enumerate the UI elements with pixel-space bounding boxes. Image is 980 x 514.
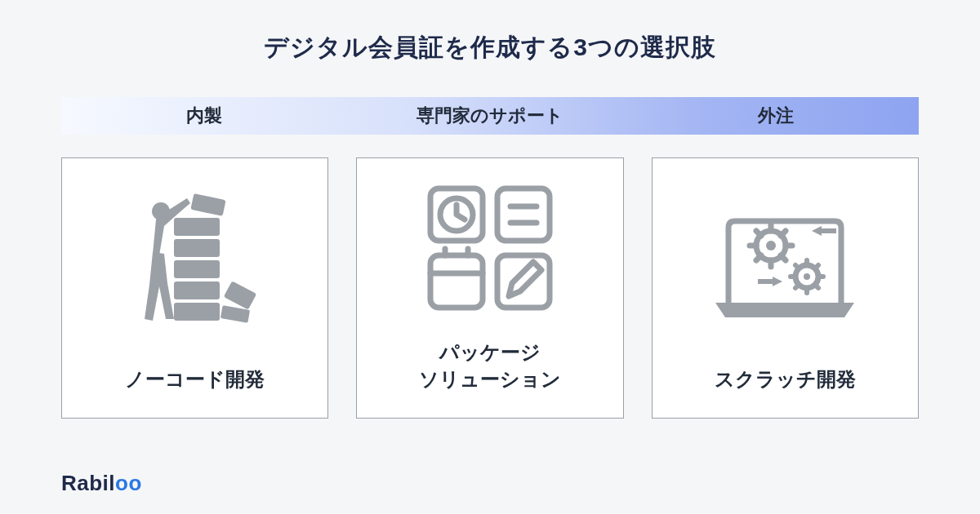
svg-rect-2	[174, 260, 220, 278]
cards-row: ノーコード開発	[61, 157, 919, 419]
spectrum-left-label: 内製	[61, 104, 347, 128]
svg-rect-14	[430, 255, 483, 308]
svg-rect-1	[174, 281, 220, 299]
spectrum-center-label: 専門家のサポート	[347, 104, 633, 128]
card-caption: パッケージ ソリューション	[419, 339, 561, 393]
svg-point-30	[804, 273, 810, 280]
apps-icon	[357, 158, 622, 339]
svg-rect-0	[174, 303, 220, 321]
spectrum-bar: 内製 専門家のサポート 外注	[61, 97, 919, 135]
svg-rect-11	[497, 188, 550, 241]
svg-rect-7	[223, 281, 256, 310]
svg-rect-4	[174, 218, 220, 236]
logo-part2: oo	[115, 471, 142, 495]
card-caption: スクラッチ開発	[715, 366, 856, 393]
svg-line-38	[815, 265, 818, 268]
rabiloo-logo: Rabiloo	[61, 471, 142, 496]
gears-icon	[653, 158, 918, 366]
svg-rect-39	[822, 228, 836, 233]
card-nocode: ノーコード開発	[61, 157, 328, 419]
svg-line-35	[795, 265, 799, 268]
svg-line-25	[756, 231, 761, 236]
svg-rect-40	[758, 279, 773, 284]
card-scratch: スクラッチ開発	[652, 157, 919, 419]
svg-line-27	[756, 255, 761, 260]
svg-rect-5	[190, 193, 225, 216]
svg-line-37	[795, 285, 799, 288]
card-caption: ノーコード開発	[125, 366, 265, 393]
svg-line-28	[781, 231, 786, 236]
svg-rect-3	[174, 239, 220, 257]
card-package: パッケージ ソリューション	[356, 157, 623, 419]
svg-point-20	[766, 241, 776, 250]
builder-icon	[62, 158, 327, 366]
spectrum-right-label: 外注	[633, 104, 919, 128]
svg-rect-18	[497, 255, 550, 308]
page-title: デジタル会員証を作成する3つの選択肢	[0, 0, 980, 64]
logo-part1: Rabil	[61, 471, 115, 495]
svg-line-36	[815, 285, 818, 288]
svg-line-26	[781, 255, 786, 260]
